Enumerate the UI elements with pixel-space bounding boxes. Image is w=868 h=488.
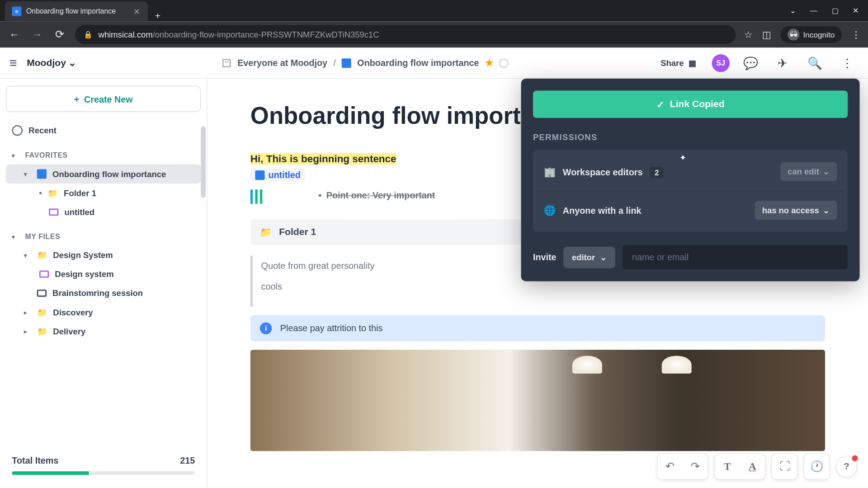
invite-role-select[interactable]: editor ⌄ (563, 246, 615, 267)
invite-label: Invite (533, 252, 557, 262)
folder-icon: 📁 (37, 307, 47, 317)
myfiles-section[interactable]: ▾ MY FILES (6, 228, 201, 246)
caret-icon: ▾ (12, 233, 19, 240)
quote-line-2: cools (261, 281, 817, 291)
perm-label: Anyone with a link (563, 205, 748, 215)
sidebar-item-label: Design system (55, 269, 113, 279)
inline-doc-link[interactable]: untitled (250, 169, 306, 181)
folder-embed[interactable]: 📁 Folder 1 (250, 219, 531, 245)
folder-icon: 📁 (37, 250, 47, 260)
link-copied-button[interactable]: ✓ Link Copied (533, 90, 848, 118)
sidebar-item-onboarding[interactable]: ▾ Onboarding flow importance (6, 164, 201, 183)
share-button[interactable]: Share ▦ (655, 55, 702, 71)
chevron-down-icon: ⌄ (823, 167, 830, 176)
close-window-icon[interactable]: ✕ (853, 7, 859, 15)
board-icon (49, 209, 58, 216)
sidebar-item-folder1[interactable]: 📁 Folder 1 (6, 183, 201, 202)
strikethrough-bullet[interactable]: Point one: Very important (318, 190, 435, 200)
sidebar-item-design-system[interactable]: ▾ 📁 Design System (6, 245, 201, 264)
lock-icon: 🔒 (84, 30, 93, 38)
highlighted-text[interactable]: Hi, This is beginning sentence (250, 153, 396, 164)
incognito-icon: 🕶 (788, 28, 799, 40)
access-select-public[interactable]: has no access ⌄ (755, 201, 837, 220)
breadcrumb-root[interactable]: Everyone at Moodjoy (237, 58, 327, 68)
comments-icon[interactable]: 💬 (739, 52, 762, 74)
count-badge: 2 (650, 167, 664, 178)
sidebar-item-label: Brainstomring session (52, 288, 143, 298)
star-icon[interactable]: ★ (485, 57, 493, 69)
text-style-button[interactable]: T (715, 454, 740, 480)
history-button[interactable]: 🕐 (804, 454, 829, 480)
redo-button[interactable]: ↷ (683, 454, 708, 480)
building-icon (222, 58, 231, 68)
sidebar-footer: Total Items 215 (6, 449, 201, 481)
svg-rect-0 (223, 59, 231, 66)
sidebar-item-label: Design System (53, 250, 113, 260)
perm-row-public: 🌐 Anyone with a link has no access ⌄ (535, 191, 845, 230)
bookmark-icon[interactable]: ☆ (744, 29, 752, 40)
create-label: Create New (84, 94, 133, 104)
access-select-workspace[interactable]: can edit ⌄ (780, 162, 837, 181)
info-callout[interactable]: i Please pay attrition to this (250, 315, 825, 341)
floating-toolbar: ↶ ↷ T A ⛶ 🕐 ? (657, 454, 857, 480)
sidebar-scrollbar[interactable] (201, 127, 206, 198)
url-field[interactable]: 🔒 whimsical.com/onboarding-flow-importan… (75, 25, 736, 44)
doc-icon (255, 170, 264, 179)
breadcrumb-separator: / (333, 58, 336, 68)
maximize-icon[interactable]: ▢ (832, 7, 839, 15)
building-icon: 🏢 (544, 166, 556, 177)
tab-title: Onboarding flow importance (26, 7, 116, 15)
invite-input[interactable]: name or email (623, 245, 848, 269)
more-menu-icon[interactable]: ⋮ (836, 52, 859, 74)
text-color-button[interactable]: A (740, 454, 765, 480)
sidebar-item-delivery[interactable]: ▸ 📁 Delivery (6, 322, 201, 341)
close-tab-icon[interactable]: ✕ (133, 7, 141, 16)
workspace-switcher[interactable]: Moodjoy ⌄ (27, 57, 76, 69)
chevron-down-icon[interactable]: ⌄ (790, 7, 796, 15)
caret-icon: ▸ (24, 309, 31, 316)
chevron-down-icon: ⌄ (68, 57, 76, 69)
sidebar-item-label: untitled (64, 207, 94, 217)
create-new-button[interactable]: + Create New (6, 86, 201, 112)
sidebar-item-brainstorming[interactable]: Brainstomring session (6, 284, 201, 303)
extensions-icon[interactable]: ◫ (762, 29, 771, 40)
svg-rect-1 (225, 61, 226, 62)
chevron-down-icon: ⌄ (823, 206, 830, 215)
perm-label: Workspace editors 2 (563, 167, 774, 177)
breadcrumb: Everyone at Moodjoy / Onboarding flow im… (222, 57, 509, 69)
send-icon[interactable]: ✈ (771, 52, 794, 74)
caret-icon: ▾ (24, 252, 31, 258)
sidebar-item-discovery[interactable]: ▸ 📁 Discovery (6, 303, 201, 322)
plus-icon: + (74, 94, 80, 104)
present-icon: ▦ (689, 58, 696, 68)
sidebar-recent[interactable]: Recent (6, 120, 201, 141)
window-controls: ⌄ ― ▢ ✕ (780, 7, 868, 15)
info-icon: i (260, 322, 272, 334)
notification-dot (852, 455, 858, 461)
minimize-icon[interactable]: ― (810, 7, 817, 15)
back-button[interactable]: ← (7, 28, 22, 41)
new-tab-button[interactable]: + (148, 11, 168, 22)
help-button[interactable]: ? (836, 456, 857, 477)
undo-button[interactable]: ↶ (658, 454, 683, 480)
favorites-label: FAVORITES (25, 151, 67, 160)
reload-button[interactable]: ⟳ (52, 28, 67, 41)
favorites-section[interactable]: ▾ FAVORITES (6, 146, 201, 164)
folder-icon: 📁 (37, 327, 47, 336)
myfiles-label: MY FILES (25, 232, 60, 240)
incognito-badge[interactable]: 🕶 Incognito (780, 26, 842, 43)
folder-icon: 📁 (47, 188, 57, 198)
sidebar-item-untitled[interactable]: untitled (6, 202, 201, 221)
embedded-image[interactable] (250, 349, 825, 450)
fullscreen-button[interactable]: ⛶ (772, 454, 797, 480)
sidebar-item-design-system-board[interactable]: Design system (6, 265, 201, 284)
breadcrumb-doc[interactable]: Onboarding flow importance (357, 58, 479, 68)
browser-menu-icon[interactable]: ⋮ (851, 29, 861, 40)
workspace-name: Moodjoy (27, 57, 66, 68)
share-popover: ✓ Link Copied PERMISSIONS 🏢 Workspace ed… (521, 79, 860, 281)
forward-button[interactable]: → (30, 28, 44, 41)
avatar[interactable]: SJ (712, 54, 730, 72)
menu-toggle-icon[interactable]: ≡ (9, 55, 17, 70)
browser-tab[interactable]: ≡ Onboarding flow importance ✕ (5, 1, 148, 22)
search-icon[interactable]: 🔍 (804, 52, 826, 74)
